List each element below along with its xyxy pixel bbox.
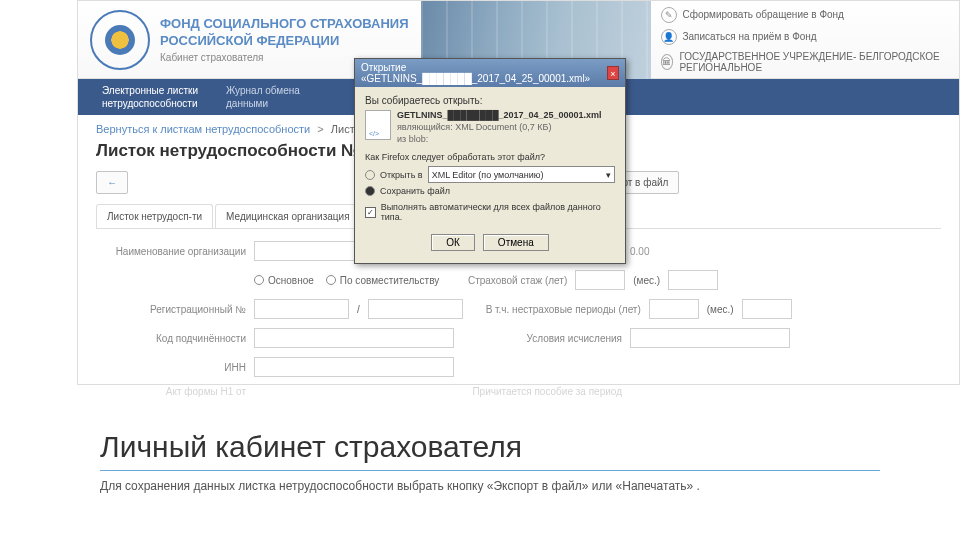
avg-pay-value: 0.00 <box>630 246 649 257</box>
slide-margin <box>0 0 77 540</box>
link-label: Записаться на приём в Фонд <box>683 31 817 42</box>
employment-type-group: Основное По совместительству <box>254 275 439 286</box>
chevron-down-icon: ▾ <box>606 170 611 180</box>
slash: / <box>357 304 360 315</box>
slide-caption: Для сохранения данных листка нетрудоспос… <box>100 479 880 493</box>
pencil-icon: ✎ <box>661 7 677 23</box>
org-title-line1: ФОНД СОЦИАЛЬНОГО СТРАХОВАНИЯ <box>160 16 409 33</box>
sub-code-input[interactable] <box>254 328 454 348</box>
title-underline <box>100 470 880 471</box>
fss-emblem-icon <box>90 10 150 70</box>
breadcrumb-back[interactable]: Вернуться к листкам нетрудоспособности <box>96 123 310 135</box>
link-appointment[interactable]: 👤 Записаться на приём в Фонд <box>661 26 950 48</box>
radio-open-with[interactable] <box>365 170 375 180</box>
breadcrumb-sep: > <box>317 123 323 135</box>
org-title-line2: РОССИЙСКОЙ ФЕДЕРАЦИИ <box>160 33 409 50</box>
reg-no-input-2[interactable] <box>368 299 463 319</box>
save-file-label: Сохранить файл <box>380 186 450 196</box>
label-reg-no: Регистрационный № <box>96 304 246 315</box>
radio-parttime[interactable] <box>326 275 336 285</box>
arrow-left-icon: ← <box>107 177 117 188</box>
tab-med-org[interactable]: Медицинская организация <box>215 204 361 228</box>
radio-save-file[interactable] <box>365 186 375 196</box>
nav-exchange-log[interactable]: Журнал обмена данными <box>212 80 314 114</box>
remember-label: Выполнять автоматически для всех файлов … <box>381 202 615 222</box>
label-benefit-period: Причитается пособие за период <box>462 386 622 397</box>
label-months-2: (мес.) <box>707 304 734 315</box>
person-icon: 👤 <box>661 29 677 45</box>
back-button[interactable]: ← <box>96 171 128 194</box>
radio-parttime-label: По совместительству <box>340 275 439 286</box>
remember-checkbox[interactable]: ✓ <box>365 207 376 218</box>
ok-button[interactable]: ОК <box>431 234 475 251</box>
app-select[interactable]: XML Editor (по умолчанию) ▾ <box>428 166 615 183</box>
label-nonins: В т.ч. нестраховые периоды (лет) <box>471 304 641 315</box>
label-ins-years: Страховой стаж (лет) <box>447 275 567 286</box>
dialog-file-name: GETLNINS_████████_2017_04_25_00001.xml <box>397 110 602 120</box>
label-calc-cond: Условия исчисления <box>462 333 622 344</box>
header-links: ✎ Сформировать обращение в Фонд 👤 Записа… <box>651 0 960 80</box>
link-label: Сформировать обращение в Фонд <box>683 9 844 20</box>
slide-caption-block: Личный кабинет страхователя Для сохранен… <box>100 430 880 493</box>
label-months: (мес.) <box>633 275 660 286</box>
label-org-name: Наименование организации <box>96 246 246 257</box>
open-with-label: Открыть в <box>380 170 423 180</box>
label-act-n1: Акт формы Н1 от <box>96 386 246 397</box>
radio-main-label: Основное <box>268 275 314 286</box>
building-icon: 🏛 <box>661 54 674 70</box>
slide-title: Личный кабинет страхователя <box>100 430 880 464</box>
nonins-years-input[interactable] <box>649 299 699 319</box>
app-select-value: XML Editor (по умолчанию) <box>432 170 544 180</box>
label-inn: ИНН <box>96 362 246 373</box>
dialog-question: Как Firefox следует обработать этот файл… <box>365 152 615 162</box>
link-appeal[interactable]: ✎ Сформировать обращение в Фонд <box>661 4 950 26</box>
dialog-titlebar[interactable]: Открытие «GETLNINS_███████_2017_04_25_00… <box>355 59 625 87</box>
label-sub-code: Код подчинённости <box>96 333 246 344</box>
inn-input[interactable] <box>254 357 454 377</box>
ins-months-input[interactable] <box>668 270 718 290</box>
link-institution[interactable]: 🏛 ГОСУДАРСТВЕННОЕ УЧРЕЖДЕНИЕ- БЕЛГОРОДСК… <box>661 48 950 76</box>
xml-file-icon <box>365 110 391 140</box>
reg-no-input-1[interactable] <box>254 299 349 319</box>
calc-cond-input[interactable] <box>630 328 790 348</box>
link-label: ГОСУДАРСТВЕННОЕ УЧРЕЖДЕНИЕ- БЕЛГОРОДСКОЕ… <box>679 51 949 73</box>
nonins-months-input[interactable] <box>742 299 792 319</box>
cancel-button[interactable]: Отмена <box>483 234 549 251</box>
ins-years-input[interactable] <box>575 270 625 290</box>
file-download-dialog: Открытие «GETLNINS_███████_2017_04_25_00… <box>354 58 626 264</box>
dialog-file-type: являющийся: XML Document (0,7 КБ) <box>397 122 602 132</box>
dialog-prompt: Вы собираетесь открыть: <box>365 95 615 106</box>
tab-eln[interactable]: Листок нетрудосп-ти <box>96 204 213 228</box>
dialog-title-text: Открытие «GETLNINS_███████_2017_04_25_00… <box>361 62 603 84</box>
dialog-file-source: из blob: <box>397 134 602 144</box>
nav-eln[interactable]: Электронные листки нетрудоспособности <box>88 80 212 114</box>
close-icon[interactable]: × <box>607 66 619 80</box>
radio-main[interactable] <box>254 275 264 285</box>
